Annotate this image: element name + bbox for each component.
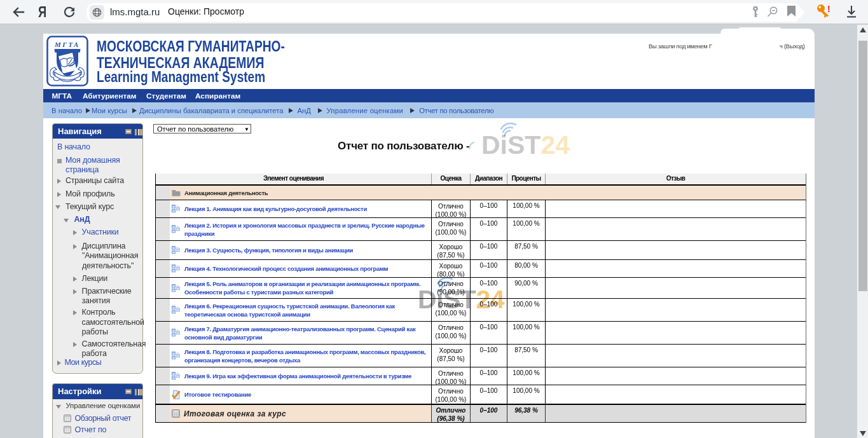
svg-text:МГТА: МГТА [54,41,80,48]
svg-text:!: ! [827,4,830,14]
